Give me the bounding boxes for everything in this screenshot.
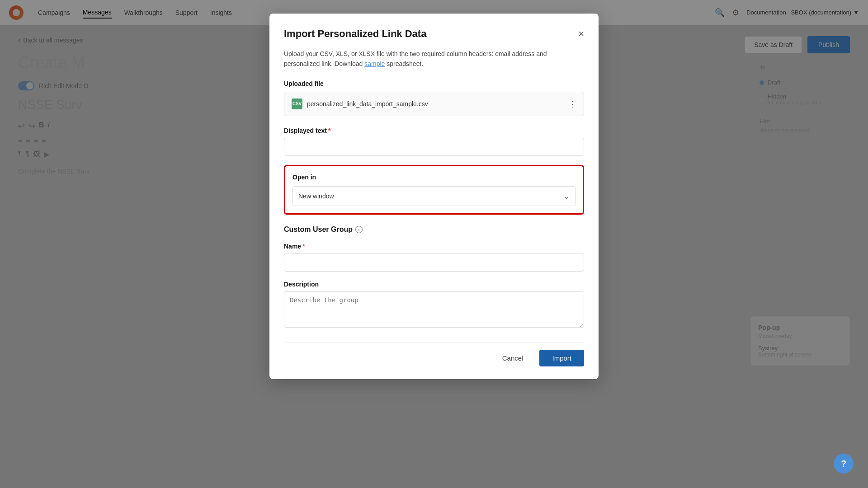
csv-file-icon: CSV — [292, 99, 302, 109]
modal-close-button[interactable]: × — [578, 29, 584, 39]
modal-header: Import Personalized Link Data × — [284, 28, 584, 40]
modal-title: Import Personalized Link Data — [284, 28, 426, 40]
open-in-section: Open in New window Same window ⌄ — [284, 165, 584, 215]
modal-overlay: Import Personalized Link Data × Upload y… — [0, 0, 868, 488]
modal-footer: Cancel Import — [284, 342, 584, 366]
help-button[interactable]: ? — [834, 454, 854, 474]
open-in-select[interactable]: New window Same window — [292, 186, 576, 206]
file-menu-button[interactable]: ⋮ — [568, 99, 576, 109]
displayed-text-label-text: Displayed text — [284, 127, 327, 134]
modal-description: Upload your CSV, XLS, or XLSX file with … — [284, 49, 584, 69]
desc-text-2: spreadsheet. — [385, 60, 423, 67]
custom-group-label: Custom User Group i — [284, 225, 584, 234]
displayed-text-group: Displayed text * — [284, 127, 584, 156]
open-in-label: Open in — [292, 174, 576, 181]
description-textarea[interactable] — [284, 291, 584, 328]
displayed-text-input[interactable] — [284, 138, 584, 156]
custom-user-group-section: Custom User Group i — [284, 225, 584, 234]
file-item-left: CSV personalized_link_data_import_sample… — [292, 99, 428, 109]
file-item: CSV personalized_link_data_import_sample… — [284, 92, 584, 116]
description-group: Description — [284, 281, 584, 329]
name-label-text: Name — [284, 243, 301, 250]
displayed-text-label: Displayed text * — [284, 127, 584, 134]
name-label: Name * — [284, 243, 584, 250]
uploaded-file-label: Uploaded file — [284, 80, 584, 87]
name-required: * — [302, 243, 305, 250]
import-button[interactable]: Import — [539, 350, 584, 366]
custom-group-label-text: Custom User Group — [284, 225, 353, 234]
file-name: personalized_link_data_import_sample.csv — [307, 100, 428, 108]
sample-link[interactable]: sample — [364, 60, 385, 67]
displayed-text-required: * — [328, 127, 330, 134]
info-icon[interactable]: i — [355, 226, 363, 233]
description-label: Description — [284, 281, 584, 288]
cancel-button[interactable]: Cancel — [491, 350, 534, 366]
name-group: Name * — [284, 243, 584, 272]
open-in-select-wrapper: New window Same window ⌄ — [292, 186, 576, 206]
name-input[interactable] — [284, 253, 584, 272]
modal: Import Personalized Link Data × Upload y… — [269, 14, 599, 379]
